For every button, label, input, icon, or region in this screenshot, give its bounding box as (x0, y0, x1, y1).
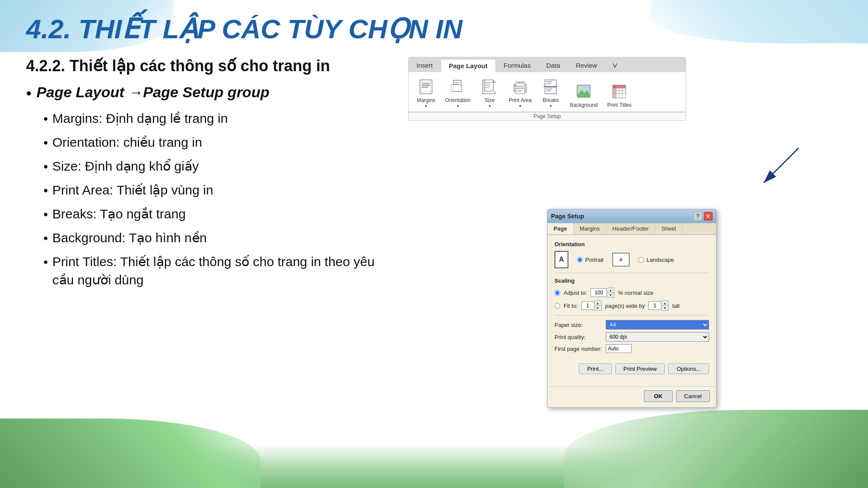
dialog-overlay: Page Setup ? ✕ Page Margins Header/Foote… (547, 209, 716, 408)
dialog-close-button[interactable]: ✕ (704, 212, 713, 221)
dialog-titlebar: Page Setup ? ✕ (548, 209, 716, 223)
list-item: Margins: Định dạng lề trang in (43, 109, 382, 128)
ribbon-btn-background-label: Background (570, 102, 597, 108)
dialog-tab-margins[interactable]: Margins (574, 223, 606, 234)
ribbon-btn-background[interactable]: Background (566, 80, 601, 110)
adjust-to-radio[interactable] (554, 290, 560, 296)
fit-wide-spinbox[interactable]: ▲ ▼ (581, 300, 602, 311)
adjust-spin-down[interactable]: ▼ (607, 293, 614, 297)
print-area-icon (511, 77, 530, 96)
dialog-tab-sheet[interactable]: Sheet (655, 223, 683, 234)
fit-wide-input[interactable] (581, 301, 594, 310)
print-quality-label: Print quality: (554, 334, 602, 340)
paper-size-select[interactable]: A4 (606, 320, 709, 330)
fit-tall-spinbox[interactable]: ▲ ▼ (648, 300, 669, 311)
adjust-unit-label: % normal size (618, 290, 653, 296)
margins-dropdown-arrow: ▼ (424, 104, 428, 108)
fit-wide-spin-arrows: ▲ ▼ (594, 300, 602, 311)
svg-rect-6 (422, 85, 430, 86)
first-page-row: First page number: (554, 344, 709, 353)
svg-point-22 (515, 86, 517, 87)
ribbon-btn-size-label: Size (485, 97, 495, 103)
svg-rect-11 (454, 84, 459, 85)
svg-rect-31 (546, 89, 552, 89)
main-bullet: Page Layout →Page Setup group (26, 84, 382, 102)
svg-rect-32 (546, 90, 551, 91)
scaling-section-title: Scaling (554, 277, 709, 284)
list-item: Print Area: Thiết lập vùng in (43, 181, 382, 200)
list-item: Size: Định dạng khổ giấy (43, 157, 382, 176)
print-area-dropdown-arrow: ▼ (518, 104, 522, 108)
options-button[interactable]: Options... (668, 363, 709, 374)
print-quality-select[interactable]: 600 dpi (606, 332, 709, 342)
dialog-tab-header-footer[interactable]: Header/Footer (606, 223, 655, 234)
svg-rect-10 (454, 82, 459, 83)
orientation-icon (448, 77, 467, 96)
svg-rect-20 (516, 82, 525, 86)
landscape-radio[interactable] (638, 257, 644, 263)
dialog-footer: OK Cancel (548, 386, 716, 407)
ribbon-tab-v[interactable]: V (605, 59, 625, 72)
adjust-to-row: Adjust to: ▲ ▼ % normal size (554, 287, 709, 298)
first-page-input[interactable] (606, 344, 632, 353)
ribbon-btn-print-titles-label: Print Titles (607, 102, 631, 108)
portrait-radio[interactable] (577, 257, 583, 263)
ok-button[interactable]: OK (644, 390, 673, 402)
page-setup-dialog: Page Setup ? ✕ Page Margins Header/Foote… (547, 209, 716, 408)
ribbon-btn-orientation[interactable]: Orientation ▼ (442, 76, 474, 110)
ribbon-tab-formulas[interactable]: Formulas (496, 59, 539, 72)
svg-rect-29 (546, 81, 552, 82)
ribbon-container: Insert Page Layout Formulas Data Review … (408, 57, 686, 121)
svg-point-34 (578, 87, 582, 90)
ribbon-btn-print-area-label: Print Area (509, 97, 532, 103)
ribbon-tab-data[interactable]: Data (538, 59, 568, 72)
cancel-button[interactable]: Cancel (676, 390, 710, 402)
orientation-section-title: Orientation (554, 241, 709, 247)
ribbon-btn-margins-label: Margins (417, 97, 436, 103)
list-item: Print Titles: Thiết lập các thông số cho… (43, 253, 382, 289)
svg-rect-9 (451, 85, 462, 92)
adjust-spin-up[interactable]: ▲ (607, 288, 614, 293)
breaks-dropdown-arrow: ▼ (549, 104, 552, 108)
ribbon-btn-print-area[interactable]: Print Area ▼ (505, 76, 535, 110)
list-item: Background: Tạo hình nền (43, 229, 382, 247)
fit-to-label: Fit to: (564, 303, 578, 309)
orientation-dropdown-arrow: ▼ (456, 104, 459, 108)
adjust-spin-arrows: ▲ ▼ (607, 287, 614, 298)
ribbon-btn-breaks[interactable]: Breaks ▼ (538, 76, 564, 110)
adjust-value-input[interactable] (591, 288, 607, 297)
paper-size-label: Paper size: (554, 322, 602, 328)
list-item: Orientation: chiều trang in (43, 133, 382, 152)
svg-rect-25 (517, 82, 524, 83)
print-preview-button[interactable]: Print Preview (615, 363, 665, 374)
print-titles-icon (610, 82, 629, 101)
ribbon-btn-size[interactable]: Size ▼ (477, 76, 503, 110)
ribbon-tab-insert[interactable]: Insert (409, 59, 441, 72)
margins-icon (416, 77, 436, 96)
fit-tall-input[interactable] (648, 301, 661, 310)
svg-rect-16 (485, 84, 491, 85)
fit-wide-spin-up[interactable]: ▲ (594, 301, 601, 306)
ribbon-tabs: Insert Page Layout Formulas Data Review … (409, 57, 686, 72)
breaks-icon (541, 77, 560, 96)
ribbon-tab-page-layout[interactable]: Page Layout (441, 59, 496, 72)
ribbon-btn-print-titles[interactable]: Print Titles (604, 80, 635, 110)
ribbon-btn-margins[interactable]: Margins ▼ (413, 76, 439, 110)
ribbon-tab-review[interactable]: Review (568, 59, 605, 72)
size-icon (480, 77, 499, 96)
ribbon-group-label: Page Setup (409, 112, 686, 120)
fit-tall-spin-down[interactable]: ▼ (661, 306, 668, 310)
adjust-spinbox[interactable]: ▲ ▼ (591, 287, 614, 298)
fit-tall-spin-arrows: ▲ ▼ (661, 300, 669, 311)
fit-wide-spin-down[interactable]: ▼ (594, 306, 601, 310)
dialog-tab-page[interactable]: Page (548, 223, 574, 234)
fit-tall-spin-up[interactable]: ▲ (661, 301, 668, 306)
dialog-help-button[interactable]: ? (693, 212, 702, 221)
background-icon (574, 82, 593, 101)
fit-to-radio[interactable] (554, 303, 560, 309)
svg-rect-24 (518, 91, 521, 92)
list-item: Breaks: Tạo ngắt trang (43, 205, 382, 224)
landscape-label: Landscape (647, 257, 674, 263)
dialog-body: Orientation A Portrait A (548, 235, 716, 382)
print-button[interactable]: Print... (579, 363, 612, 374)
